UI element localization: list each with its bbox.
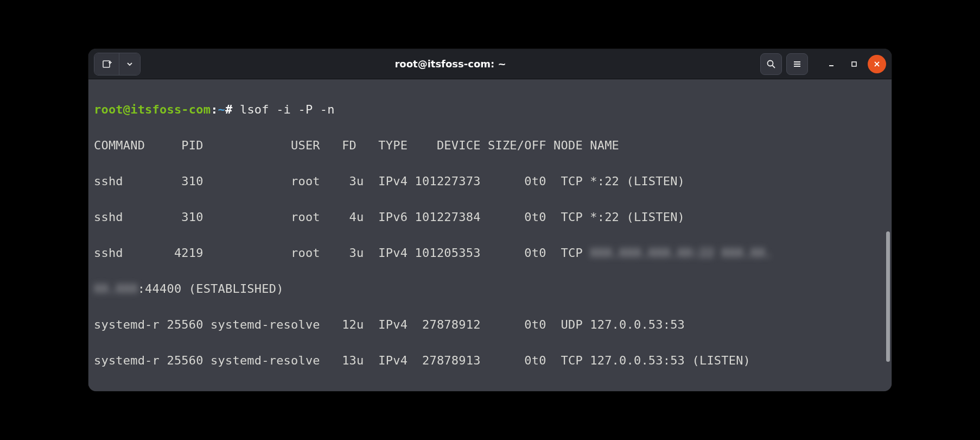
new-tab-dropdown[interactable] bbox=[119, 53, 140, 75]
scrollbar[interactable] bbox=[886, 231, 890, 362]
command-text: lsof -i -P -n bbox=[240, 103, 335, 116]
minimize-button[interactable] bbox=[822, 55, 841, 73]
terminal-window: root@itsfoss-com: ~ bbox=[88, 49, 892, 391]
close-button[interactable] bbox=[868, 55, 886, 73]
maximize-icon bbox=[851, 61, 857, 67]
prompt-user-host: root@itsfoss-com bbox=[94, 103, 211, 116]
output-row: sshd 310 root 3u IPv4 101227373 0t0 TCP … bbox=[94, 172, 886, 190]
svg-line-4 bbox=[773, 65, 775, 68]
terminal-content[interactable]: root@itsfoss-com:~# lsof -i -P -n COMMAN… bbox=[88, 79, 892, 391]
output-row: docker-pr 31950 root 4u IPv4 101225857 0… bbox=[94, 387, 886, 391]
chevron-down-icon bbox=[126, 60, 133, 68]
output-header: COMMAND PID USER FD TYPE DEVICE SIZE/OFF… bbox=[94, 136, 886, 154]
close-icon bbox=[874, 61, 880, 67]
new-tab-group bbox=[94, 53, 141, 76]
titlebar: root@itsfoss-com: ~ bbox=[88, 49, 892, 79]
redacted-ip: XX.XXX bbox=[94, 282, 138, 296]
search-button[interactable] bbox=[760, 53, 782, 75]
prompt-line: root@itsfoss-com:~# lsof -i -P -n bbox=[94, 100, 886, 118]
svg-rect-9 bbox=[852, 62, 856, 66]
output-row: systemd-r 25560 systemd-resolve 12u IPv4… bbox=[94, 316, 886, 334]
output-row: systemd-r 25560 systemd-resolve 13u IPv4… bbox=[94, 351, 886, 369]
maximize-button[interactable] bbox=[845, 55, 863, 73]
menu-button[interactable] bbox=[786, 53, 808, 75]
redacted-ip: XXX.XXX.XXX.XX:22 XXX.XX. bbox=[590, 246, 772, 260]
output-row-blurred: sshd 4219 root 3u IPv4 101205353 0t0 TCP… bbox=[94, 244, 886, 262]
prompt-path: ~ bbox=[218, 103, 225, 116]
window-title: root@itsfoss-com: ~ bbox=[145, 58, 756, 70]
output-row: sshd 310 root 4u IPv6 101227384 0t0 TCP … bbox=[94, 208, 886, 226]
svg-point-3 bbox=[768, 60, 773, 66]
new-tab-button[interactable] bbox=[94, 53, 119, 75]
output-row-blurred-cont: XX.XXX:44400 (ESTABLISHED) bbox=[94, 280, 886, 298]
svg-rect-0 bbox=[103, 61, 110, 67]
search-icon bbox=[766, 59, 776, 69]
minimize-icon bbox=[828, 60, 835, 68]
hamburger-icon bbox=[792, 59, 802, 69]
